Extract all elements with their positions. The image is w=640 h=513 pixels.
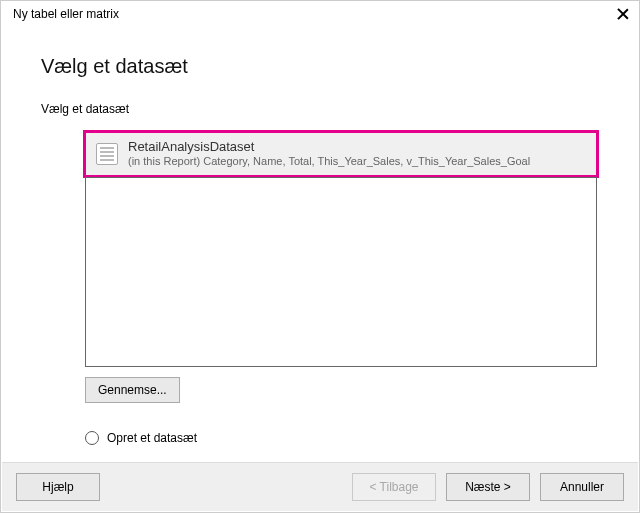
cancel-button[interactable]: Annuller	[540, 473, 624, 501]
highlight-frame: RetailAnalysisDataset (in this Report) C…	[83, 130, 599, 178]
create-dataset-radio[interactable]: Opret et datasæt	[85, 431, 599, 445]
page-heading: Vælg et datasæt	[41, 55, 599, 78]
close-icon[interactable]	[617, 8, 629, 20]
create-dataset-label: Opret et datasæt	[107, 431, 197, 445]
section-label: Vælg et datasæt	[41, 102, 599, 116]
dataset-list[interactable]	[85, 177, 597, 367]
dataset-name: RetailAnalysisDataset	[128, 139, 530, 155]
next-button[interactable]: Næste >	[446, 473, 530, 501]
dataset-item[interactable]: RetailAnalysisDataset (in this Report) C…	[86, 133, 596, 175]
help-button[interactable]: Hjælp	[16, 473, 100, 501]
browse-button[interactable]: Gennemse...	[85, 377, 180, 403]
dataset-description: (in this Report) Category, Name, Total, …	[128, 155, 530, 169]
radio-icon	[85, 431, 99, 445]
table-icon	[96, 143, 118, 165]
back-button: < Tilbage	[352, 473, 436, 501]
window-title: Ny tabel eller matrix	[13, 7, 119, 21]
wizard-footer: Hjælp < Tilbage Næste > Annuller	[2, 462, 638, 511]
